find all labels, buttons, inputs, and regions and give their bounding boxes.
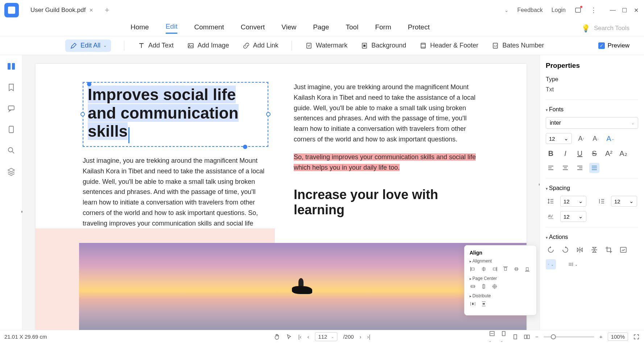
document-canvas[interactable]: Improves social life and communication s… <box>22 55 540 330</box>
resize-handle[interactable] <box>80 112 85 116</box>
list-right-icon[interactable]: ⌄ <box>567 259 578 269</box>
select-tool-icon[interactable] <box>286 334 292 340</box>
spacing-select-1[interactable]: 12⌄ <box>560 196 586 207</box>
align-justify-icon[interactable] <box>589 163 599 173</box>
align-right-icon[interactable] <box>575 163 585 173</box>
last-page-icon[interactable]: ›| <box>367 334 371 340</box>
single-page-icon[interactable] <box>512 334 519 340</box>
resize-handle[interactable] <box>243 145 247 149</box>
notification-icon[interactable] <box>574 7 582 14</box>
heading-text[interactable]: Increase your love with learning <box>294 187 479 218</box>
font-size-select[interactable]: 12⌄ <box>546 133 572 144</box>
body-paragraph[interactable]: Just imagine, you are trekking around th… <box>83 156 268 239</box>
add-text-button[interactable]: Add Text <box>137 42 174 50</box>
tab-form[interactable]: Form <box>375 23 391 33</box>
tab-page[interactable]: Page <box>313 23 329 33</box>
zoom-in-icon[interactable]: + <box>599 334 603 340</box>
background-button[interactable]: Background <box>360 42 406 50</box>
align-left-icon[interactable] <box>470 266 476 272</box>
body-paragraph[interactable]: Just imagine, you are trekking around th… <box>294 82 479 145</box>
align-center-icon[interactable] <box>560 163 570 173</box>
tab-home[interactable]: Home <box>131 23 149 33</box>
fit-page-icon[interactable]: ⌄ <box>500 330 507 343</box>
rotate-right-icon[interactable] <box>560 245 570 255</box>
crop-icon[interactable] <box>604 245 614 255</box>
tab-convert[interactable]: Convert <box>241 23 265 33</box>
bates-number-button[interactable]: 12 Bates Number <box>491 42 544 50</box>
subscript-icon[interactable]: A₂ <box>618 148 628 158</box>
comment-icon[interactable] <box>6 103 17 114</box>
feedback-link[interactable]: Feedback <box>517 7 543 13</box>
search-icon[interactable] <box>6 145 17 156</box>
heading-text[interactable]: Improves social life and communication s… <box>88 86 239 140</box>
center-vertical-icon[interactable] <box>480 283 487 290</box>
header-footer-button[interactable]: Header & Footer <box>419 42 478 50</box>
flip-vertical-icon[interactable] <box>589 245 599 255</box>
highlighted-paragraph[interactable]: So, traveling improves your communicatio… <box>294 152 479 173</box>
prev-page-icon[interactable]: ‹ <box>307 334 309 340</box>
add-link-button[interactable]: Add Link <box>242 42 278 50</box>
first-page-icon[interactable]: |‹ <box>298 334 301 340</box>
hand-tool-icon[interactable] <box>273 334 280 340</box>
resize-handle[interactable] <box>266 112 271 116</box>
distribute-v-icon[interactable] <box>480 301 487 307</box>
add-image-button[interactable]: Add Image <box>187 42 229 50</box>
tab-tool[interactable]: Tool <box>346 23 359 33</box>
preview-toggle[interactable]: ✓ Preview <box>598 42 629 49</box>
two-page-icon[interactable] <box>524 334 530 340</box>
watermark-button[interactable]: Watermark <box>305 42 347 50</box>
align-left-icon[interactable] <box>546 163 556 173</box>
align-bottom-icon[interactable] <box>524 266 531 272</box>
distribute-h-icon[interactable] <box>470 301 476 307</box>
increase-font-icon[interactable]: A↑ <box>576 133 586 144</box>
italic-icon[interactable]: I <box>560 148 570 158</box>
tab-edit[interactable]: Edit <box>166 22 178 34</box>
center-both-icon[interactable] <box>491 283 498 290</box>
spacing-select-2[interactable]: 12⌄ <box>611 196 637 207</box>
decrease-font-icon[interactable]: A↓ <box>591 133 601 144</box>
minimize-icon[interactable]: — <box>609 7 616 14</box>
center-horizontal-icon[interactable] <box>470 283 476 290</box>
spacing-section[interactable]: Spacing <box>546 185 638 191</box>
add-tab-icon[interactable]: + <box>105 5 110 15</box>
chevron-down-icon[interactable]: ⌄ <box>504 7 509 13</box>
replace-image-icon[interactable] <box>618 245 628 255</box>
next-page-icon[interactable]: › <box>360 334 362 340</box>
align-top-icon[interactable] <box>502 266 509 272</box>
align-middle-icon[interactable] <box>513 266 520 272</box>
app-logo[interactable] <box>4 3 19 17</box>
font-color-icon[interactable]: A⌄ <box>605 133 615 144</box>
actions-section[interactable]: Actions <box>546 234 638 240</box>
bookmark-icon[interactable] <box>6 82 17 93</box>
underline-icon[interactable]: U <box>575 148 585 158</box>
login-link[interactable]: Login <box>552 7 566 13</box>
document-tab[interactable]: User Guild Book.pdf × <box>26 4 98 17</box>
page-number-input[interactable]: 112⌄ <box>315 332 337 341</box>
page-image[interactable] <box>36 228 527 330</box>
resize-handle[interactable] <box>87 82 91 86</box>
align-center-h-icon[interactable] <box>480 266 487 272</box>
thumbnails-icon[interactable] <box>6 61 17 72</box>
fonts-section[interactable]: Fonts <box>546 106 638 113</box>
tab-view[interactable]: View <box>281 23 296 33</box>
search-tools-input[interactable]: Search Tools <box>594 25 629 32</box>
zoom-value[interactable]: 100% <box>608 332 628 341</box>
selected-text-box[interactable]: Improves social life and communication s… <box>83 82 268 147</box>
flip-horizontal-icon[interactable] <box>575 245 585 255</box>
edit-all-button[interactable]: Edit All ⌄ <box>65 40 111 52</box>
bold-icon[interactable]: B <box>546 148 556 158</box>
close-tab-icon[interactable]: × <box>89 7 93 14</box>
list-left-icon[interactable]: ⌄ <box>546 259 556 269</box>
maximize-icon[interactable]: ☐ <box>621 7 628 14</box>
align-right-icon[interactable] <box>491 266 498 272</box>
font-family-select[interactable]: inter⌄ <box>546 117 638 129</box>
tab-protect[interactable]: Protect <box>408 23 430 33</box>
layers-icon[interactable] <box>6 166 17 177</box>
superscript-icon[interactable]: A² <box>604 148 614 158</box>
attachment-icon[interactable] <box>6 124 17 135</box>
zoom-out-icon[interactable]: − <box>535 334 538 340</box>
tab-comment[interactable]: Comment <box>194 23 224 33</box>
zoom-slider[interactable] <box>544 336 594 338</box>
fit-width-icon[interactable]: ⌄ <box>489 330 495 343</box>
strikethrough-icon[interactable]: S <box>589 148 599 158</box>
